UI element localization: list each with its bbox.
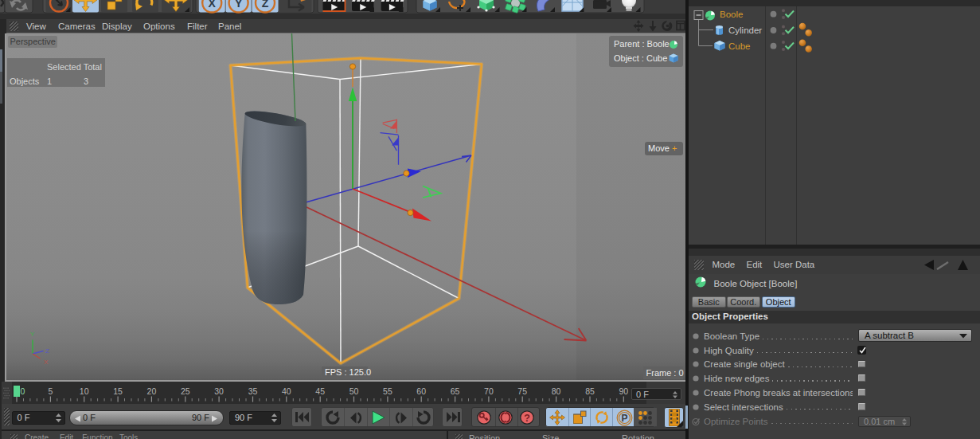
svg-text:55: 55 <box>383 386 392 396</box>
svg-text:20: 20 <box>147 386 157 396</box>
svg-text:P: P <box>621 413 627 424</box>
svg-text:60: 60 <box>416 386 426 396</box>
svg-text:80: 80 <box>552 386 561 396</box>
svg-text:?: ? <box>524 413 530 424</box>
svg-text:70: 70 <box>484 386 494 396</box>
svg-text:Z: Z <box>45 347 49 355</box>
svg-text:85: 85 <box>585 386 595 396</box>
svg-text:45: 45 <box>315 386 325 396</box>
svg-text:Y: Y <box>235 0 243 10</box>
svg-text:Z: Z <box>262 0 269 10</box>
svg-text:Y: Y <box>30 331 35 338</box>
svg-text:0: 0 <box>20 386 25 396</box>
svg-text:10: 10 <box>80 386 89 396</box>
svg-text:X: X <box>209 0 217 10</box>
svg-text:30: 30 <box>214 386 224 396</box>
svg-text:15: 15 <box>113 386 123 396</box>
svg-text:X: X <box>44 359 49 366</box>
svg-text:65: 65 <box>451 386 460 396</box>
svg-text:50: 50 <box>349 386 359 396</box>
svg-text:90: 90 <box>619 386 628 396</box>
svg-text:40: 40 <box>282 386 291 396</box>
svg-text:25: 25 <box>181 386 190 396</box>
svg-text:75: 75 <box>517 386 527 396</box>
svg-text:5: 5 <box>48 386 53 396</box>
svg-text:35: 35 <box>248 386 258 396</box>
